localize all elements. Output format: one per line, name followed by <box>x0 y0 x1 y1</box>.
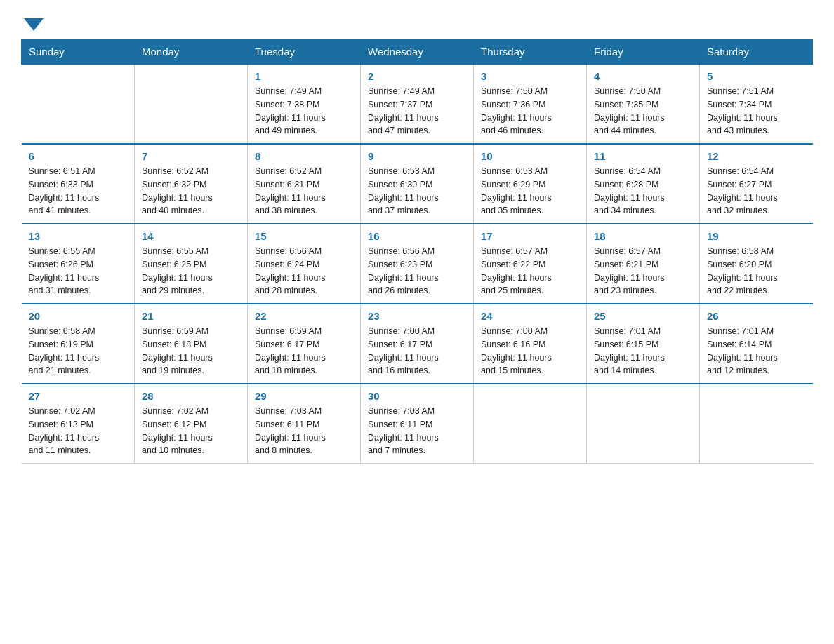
weekday-header-friday: Friday <box>587 40 700 65</box>
day-info: Sunrise: 7:49 AM Sunset: 7:38 PM Dayligh… <box>255 85 353 137</box>
weekday-header-sunday: Sunday <box>22 40 135 65</box>
day-number: 13 <box>29 230 128 242</box>
day-number: 24 <box>481 310 579 322</box>
weekday-header-monday: Monday <box>135 40 248 65</box>
day-info: Sunrise: 7:49 AM Sunset: 7:37 PM Dayligh… <box>368 85 466 137</box>
calendar-cell: 9Sunrise: 6:53 AM Sunset: 6:30 PM Daylig… <box>361 144 474 224</box>
day-number: 25 <box>594 310 692 322</box>
calendar-cell: 6Sunrise: 6:51 AM Sunset: 6:33 PM Daylig… <box>22 144 135 224</box>
day-info: Sunrise: 6:57 AM Sunset: 6:21 PM Dayligh… <box>594 245 692 297</box>
calendar-cell: 29Sunrise: 7:03 AM Sunset: 6:11 PM Dayli… <box>248 384 361 464</box>
weekday-header-tuesday: Tuesday <box>248 40 361 65</box>
day-number: 17 <box>481 230 579 242</box>
calendar-cell: 1Sunrise: 7:49 AM Sunset: 7:38 PM Daylig… <box>248 64 361 144</box>
calendar-cell: 26Sunrise: 7:01 AM Sunset: 6:14 PM Dayli… <box>700 304 813 384</box>
day-info: Sunrise: 7:02 AM Sunset: 6:12 PM Dayligh… <box>142 405 240 457</box>
day-info: Sunrise: 7:02 AM Sunset: 6:13 PM Dayligh… <box>29 405 128 457</box>
day-info: Sunrise: 6:56 AM Sunset: 6:23 PM Dayligh… <box>368 245 466 297</box>
day-number: 9 <box>368 150 466 162</box>
week-row-4: 20Sunrise: 6:58 AM Sunset: 6:19 PM Dayli… <box>22 304 813 384</box>
calendar-cell <box>474 384 587 464</box>
calendar-cell: 24Sunrise: 7:00 AM Sunset: 6:16 PM Dayli… <box>474 304 587 384</box>
day-info: Sunrise: 6:51 AM Sunset: 6:33 PM Dayligh… <box>29 165 128 217</box>
day-info: Sunrise: 7:00 AM Sunset: 6:17 PM Dayligh… <box>368 325 466 377</box>
calendar-cell: 21Sunrise: 6:59 AM Sunset: 6:18 PM Dayli… <box>135 304 248 384</box>
calendar-cell: 8Sunrise: 6:52 AM Sunset: 6:31 PM Daylig… <box>248 144 361 224</box>
day-info: Sunrise: 6:54 AM Sunset: 6:28 PM Dayligh… <box>594 165 692 217</box>
logo-arrow-icon <box>24 18 44 31</box>
weekday-header-row: SundayMondayTuesdayWednesdayThursdayFrid… <box>22 40 813 65</box>
calendar-cell: 19Sunrise: 6:58 AM Sunset: 6:20 PM Dayli… <box>700 224 813 304</box>
calendar-cell: 30Sunrise: 7:03 AM Sunset: 6:11 PM Dayli… <box>361 384 474 464</box>
day-info: Sunrise: 7:51 AM Sunset: 7:34 PM Dayligh… <box>707 85 806 137</box>
day-number: 2 <box>368 70 466 82</box>
calendar-cell: 5Sunrise: 7:51 AM Sunset: 7:34 PM Daylig… <box>700 64 813 144</box>
day-info: Sunrise: 7:03 AM Sunset: 6:11 PM Dayligh… <box>368 405 466 457</box>
day-info: Sunrise: 7:00 AM Sunset: 6:16 PM Dayligh… <box>481 325 579 377</box>
day-info: Sunrise: 6:54 AM Sunset: 6:27 PM Dayligh… <box>707 165 806 217</box>
week-row-3: 13Sunrise: 6:55 AM Sunset: 6:26 PM Dayli… <box>22 224 813 304</box>
day-number: 26 <box>707 310 806 322</box>
day-info: Sunrise: 6:52 AM Sunset: 6:31 PM Dayligh… <box>255 165 353 217</box>
day-number: 10 <box>481 150 579 162</box>
weekday-header-wednesday: Wednesday <box>361 40 474 65</box>
day-number: 11 <box>594 150 692 162</box>
day-number: 30 <box>368 390 466 402</box>
calendar-table: SundayMondayTuesdayWednesdayThursdayFrid… <box>21 39 813 464</box>
calendar-cell <box>22 64 135 144</box>
calendar-cell <box>135 64 248 144</box>
calendar-cell: 23Sunrise: 7:00 AM Sunset: 6:17 PM Dayli… <box>361 304 474 384</box>
calendar-cell: 10Sunrise: 6:53 AM Sunset: 6:29 PM Dayli… <box>474 144 587 224</box>
day-info: Sunrise: 7:50 AM Sunset: 7:35 PM Dayligh… <box>594 85 692 137</box>
day-number: 3 <box>481 70 579 82</box>
day-number: 6 <box>29 150 128 162</box>
logo <box>21 14 44 28</box>
day-number: 20 <box>29 310 128 322</box>
day-info: Sunrise: 7:50 AM Sunset: 7:36 PM Dayligh… <box>481 85 579 137</box>
day-number: 28 <box>142 390 240 402</box>
day-number: 21 <box>142 310 240 322</box>
day-info: Sunrise: 6:58 AM Sunset: 6:19 PM Dayligh… <box>29 325 128 377</box>
day-info: Sunrise: 6:53 AM Sunset: 6:29 PM Dayligh… <box>481 165 579 217</box>
calendar-cell <box>700 384 813 464</box>
day-number: 14 <box>142 230 240 242</box>
calendar-cell: 16Sunrise: 6:56 AM Sunset: 6:23 PM Dayli… <box>361 224 474 304</box>
day-info: Sunrise: 6:59 AM Sunset: 6:17 PM Dayligh… <box>255 325 353 377</box>
day-number: 12 <box>707 150 806 162</box>
calendar-cell: 14Sunrise: 6:55 AM Sunset: 6:25 PM Dayli… <box>135 224 248 304</box>
week-row-2: 6Sunrise: 6:51 AM Sunset: 6:33 PM Daylig… <box>22 144 813 224</box>
day-number: 1 <box>255 70 353 82</box>
calendar-cell: 11Sunrise: 6:54 AM Sunset: 6:28 PM Dayli… <box>587 144 700 224</box>
day-number: 18 <box>594 230 692 242</box>
day-number: 8 <box>255 150 353 162</box>
day-info: Sunrise: 7:03 AM Sunset: 6:11 PM Dayligh… <box>255 405 353 457</box>
weekday-header-saturday: Saturday <box>700 40 813 65</box>
day-number: 4 <box>594 70 692 82</box>
day-number: 29 <box>255 390 353 402</box>
calendar-cell: 2Sunrise: 7:49 AM Sunset: 7:37 PM Daylig… <box>361 64 474 144</box>
calendar-cell: 12Sunrise: 6:54 AM Sunset: 6:27 PM Dayli… <box>700 144 813 224</box>
day-info: Sunrise: 6:56 AM Sunset: 6:24 PM Dayligh… <box>255 245 353 297</box>
weekday-header-thursday: Thursday <box>474 40 587 65</box>
calendar-cell: 4Sunrise: 7:50 AM Sunset: 7:35 PM Daylig… <box>587 64 700 144</box>
day-info: Sunrise: 6:59 AM Sunset: 6:18 PM Dayligh… <box>142 325 240 377</box>
day-info: Sunrise: 6:57 AM Sunset: 6:22 PM Dayligh… <box>481 245 579 297</box>
calendar-cell <box>587 384 700 464</box>
calendar-cell: 7Sunrise: 6:52 AM Sunset: 6:32 PM Daylig… <box>135 144 248 224</box>
calendar-cell: 27Sunrise: 7:02 AM Sunset: 6:13 PM Dayli… <box>22 384 135 464</box>
day-info: Sunrise: 6:58 AM Sunset: 6:20 PM Dayligh… <box>707 245 806 297</box>
week-row-1: 1Sunrise: 7:49 AM Sunset: 7:38 PM Daylig… <box>22 64 813 144</box>
calendar-cell: 13Sunrise: 6:55 AM Sunset: 6:26 PM Dayli… <box>22 224 135 304</box>
day-number: 15 <box>255 230 353 242</box>
day-number: 22 <box>255 310 353 322</box>
calendar-cell: 18Sunrise: 6:57 AM Sunset: 6:21 PM Dayli… <box>587 224 700 304</box>
calendar-cell: 3Sunrise: 7:50 AM Sunset: 7:36 PM Daylig… <box>474 64 587 144</box>
calendar-cell: 15Sunrise: 6:56 AM Sunset: 6:24 PM Dayli… <box>248 224 361 304</box>
day-number: 23 <box>368 310 466 322</box>
day-number: 16 <box>368 230 466 242</box>
week-row-5: 27Sunrise: 7:02 AM Sunset: 6:13 PM Dayli… <box>22 384 813 464</box>
day-number: 19 <box>707 230 806 242</box>
day-number: 7 <box>142 150 240 162</box>
day-info: Sunrise: 7:01 AM Sunset: 6:14 PM Dayligh… <box>707 325 806 377</box>
calendar-cell: 17Sunrise: 6:57 AM Sunset: 6:22 PM Dayli… <box>474 224 587 304</box>
